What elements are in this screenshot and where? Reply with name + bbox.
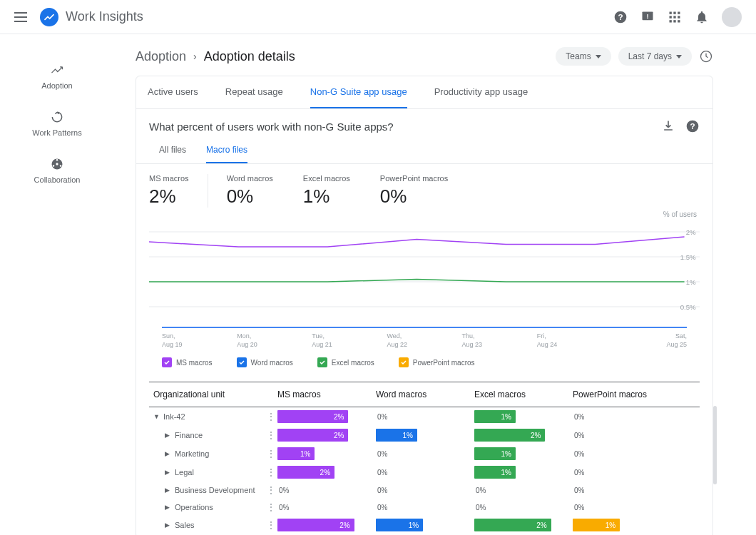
svg-rect-4: [670, 11, 672, 14]
tab-productivity-app-usage[interactable]: Productivity app usage: [434, 76, 528, 108]
expand-icon[interactable]: ▼: [153, 413, 159, 420]
expand-icon[interactable]: ▶: [165, 432, 170, 439]
expand-icon[interactable]: ▶: [165, 504, 170, 511]
apps-grid-icon[interactable]: [668, 10, 682, 24]
table-header: PowerPoint macros: [573, 389, 671, 399]
feedback-icon[interactable]: !: [640, 10, 655, 24]
stat-excel-macros: Excel macros1%: [303, 174, 380, 208]
trend-up-icon: [50, 63, 64, 77]
legend-ms-macros[interactable]: MS macros: [162, 357, 213, 367]
legend-powerpoint-macros[interactable]: PowerPoint macros: [399, 357, 475, 367]
svg-rect-10: [670, 20, 672, 22]
org-name[interactable]: Operations: [175, 503, 213, 511]
scrollbar[interactable]: [713, 406, 717, 484]
refresh-icon: [50, 110, 64, 124]
help-icon[interactable]: ?: [613, 10, 628, 24]
app-title: Work Insights: [66, 9, 613, 24]
tab-active-users[interactable]: Active users: [148, 76, 198, 108]
svg-point-15: [56, 159, 58, 161]
legend-word-macros[interactable]: Word macros: [237, 357, 293, 367]
date-range-dropdown[interactable]: Last 7 days: [618, 47, 692, 66]
org-name[interactable]: Ink-42: [163, 412, 185, 421]
more-icon[interactable]: ⋮: [266, 429, 275, 441]
org-name[interactable]: Business Development: [175, 486, 255, 494]
table-row: ▶Business Development⋮0%0%0%0%: [149, 482, 700, 499]
more-icon[interactable]: ⋮: [266, 519, 275, 531]
tab-repeat-usage[interactable]: Repeat usage: [225, 76, 283, 108]
sidebar-item-label: Collaboration: [34, 175, 81, 184]
svg-point-14: [56, 163, 58, 165]
expand-icon[interactable]: ▶: [165, 521, 170, 529]
subtab-macro-files[interactable]: Macro files: [206, 139, 247, 163]
svg-rect-9: [678, 16, 680, 18]
stat-word-macros: Word macros0%: [227, 174, 303, 208]
app-logo-icon: [40, 8, 58, 26]
svg-text:?: ?: [618, 12, 623, 21]
teams-dropdown[interactable]: Teams: [556, 47, 611, 66]
expand-icon[interactable]: ▶: [165, 469, 170, 476]
sidebar-item-work-patterns[interactable]: Work Patterns: [32, 110, 82, 137]
checkbox-icon: [237, 357, 247, 367]
user-avatar[interactable]: [722, 7, 742, 27]
expand-icon[interactable]: ▶: [165, 486, 170, 494]
svg-rect-5: [673, 11, 675, 14]
svg-rect-6: [678, 11, 680, 14]
x-axis-label: Sun,Aug 19: [162, 332, 237, 349]
x-axis-label: Thu,Aug 23: [462, 332, 537, 349]
table-row: ▶Finance⋮2%1%2%0%: [149, 426, 700, 444]
line-chart: 2% 1.5% 1% 0.5%: [149, 218, 700, 325]
hamburger-menu-icon[interactable]: [14, 12, 27, 22]
svg-text:1.5%: 1.5%: [680, 254, 696, 261]
svg-text:?: ?: [690, 121, 695, 131]
org-name[interactable]: Legal: [175, 468, 194, 477]
svg-rect-7: [670, 16, 672, 18]
svg-text:2%: 2%: [686, 229, 696, 236]
more-icon[interactable]: ⋮: [266, 501, 275, 513]
history-icon[interactable]: [699, 49, 713, 63]
x-axis-label: Tue,Aug 21: [312, 332, 387, 349]
x-axis-label: Sat,Aug 25: [612, 332, 687, 349]
chevron-down-icon: [676, 55, 682, 58]
table-row: ▶Sales⋮2%1%2%1%: [149, 516, 700, 534]
svg-text:1%: 1%: [686, 279, 696, 286]
more-icon[interactable]: ⋮: [266, 467, 275, 478]
more-icon[interactable]: ⋮: [266, 448, 275, 459]
help-icon[interactable]: ?: [685, 119, 700, 133]
sidebar-item-collaboration[interactable]: Collaboration: [34, 157, 81, 184]
download-icon[interactable]: [661, 119, 675, 133]
table-row: ▼Ink-42⋮2%0%1%0%: [149, 407, 700, 426]
svg-point-17: [60, 165, 62, 167]
legend-excel-macros[interactable]: Excel macros: [317, 357, 374, 367]
chevron-right-icon: ›: [193, 51, 197, 62]
chart-y-axis-label: % of users: [663, 210, 697, 218]
breadcrumb-parent[interactable]: Adoption: [136, 49, 186, 64]
table-header: Excel macros: [474, 389, 573, 399]
sidebar-item-label: Work Patterns: [32, 128, 82, 137]
svg-text:!: !: [646, 12, 648, 19]
tab-non-g-suite-app-usage[interactable]: Non-G Suite app usage: [310, 76, 407, 108]
more-icon[interactable]: ⋮: [266, 484, 275, 496]
table-header: MS macros: [277, 389, 376, 399]
x-axis-label: Mon,Aug 20: [237, 332, 312, 349]
x-axis-label: Wed,Aug 22: [387, 332, 461, 349]
org-name[interactable]: Sales: [175, 521, 195, 529]
sidebar-item-adoption[interactable]: Adoption: [41, 63, 72, 90]
svg-rect-8: [673, 16, 675, 18]
breadcrumb-current: Adoption details: [204, 49, 295, 64]
collab-icon: [50, 157, 64, 171]
table-header: Word macros: [376, 389, 474, 399]
table-header: Organizational unit: [149, 389, 277, 399]
subtab-all-files[interactable]: All files: [159, 139, 186, 163]
table-row: ▶Marketing⋮1%0%1%0%: [149, 444, 700, 463]
table-row: ▶Legal⋮2%0%1%0%: [149, 463, 700, 482]
svg-rect-11: [673, 20, 675, 22]
notifications-icon[interactable]: [695, 10, 709, 24]
more-icon[interactable]: ⋮: [266, 411, 275, 422]
svg-rect-12: [678, 20, 680, 22]
stat-powerpoint-macros: PowerPoint macros0%: [380, 174, 478, 208]
table-row: ▶Operations⋮0%0%0%0%: [149, 499, 700, 516]
x-axis-label: Fri,Aug 24: [537, 332, 612, 349]
org-name[interactable]: Finance: [175, 431, 203, 439]
expand-icon[interactable]: ▶: [165, 450, 170, 457]
org-name[interactable]: Marketing: [175, 449, 209, 458]
